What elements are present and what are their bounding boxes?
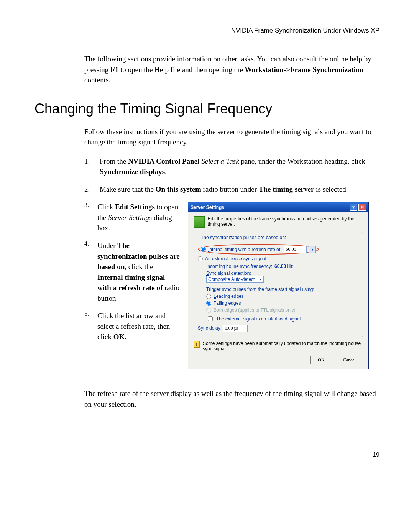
- interlaced-checkbox[interactable]: [208, 316, 213, 321]
- sync-detection-value: Composite Auto-detect: [208, 277, 255, 282]
- step-3-text: Click Edit Settings to open the Server S…: [97, 202, 180, 233]
- page-number: 19: [373, 452, 380, 458]
- running-header: NVIDIA Frame Synchronization Under Windo…: [34, 27, 380, 34]
- incoming-freq-value: 60.00 Hz: [274, 264, 293, 269]
- external-sync-radio[interactable]: [198, 256, 203, 261]
- refresh-rate-input[interactable]: [284, 246, 307, 253]
- warning-row: ! Some settings have been automatically …: [194, 341, 363, 351]
- both-edges-label: Both edges (applies to TTL signals only): [214, 307, 295, 313]
- warning-text: Some settings have been automatically up…: [203, 341, 363, 351]
- internal-timing-label: Internal timing with a refresh rate of:: [208, 247, 281, 252]
- chevron-down-icon: ▾: [260, 277, 262, 281]
- section-heading: Changing the Timing Signal Frequency: [34, 101, 380, 117]
- cancel-button[interactable]: Cancel: [336, 356, 363, 364]
- step-number: 5.: [84, 310, 89, 342]
- server-settings-dialog: Server Settings ? ✕ Edit the properties …: [188, 202, 369, 369]
- dialog-titlebar[interactable]: Server Settings ? ✕: [188, 202, 368, 212]
- internal-timing-radio[interactable]: [201, 247, 206, 252]
- step-number: 1.: [84, 156, 91, 177]
- closing-paragraph: The refresh rate of the server display a…: [84, 388, 380, 409]
- page-footer: 19: [34, 448, 380, 458]
- fieldset-legend: The synchronization pulses are based on:: [199, 235, 288, 240]
- dialog-description: Edit the properties of the frame synchro…: [208, 216, 363, 228]
- sync-pulses-fieldset: The synchronization pulses are based on:…: [194, 232, 363, 337]
- ok-button[interactable]: OK: [310, 356, 332, 364]
- step-5-text: Click the list arrow and select a refres…: [97, 310, 180, 342]
- intro-paragraph: The following sections provide informati…: [84, 54, 380, 85]
- sync-detection-combo[interactable]: Composite Auto-detect ▾: [206, 276, 264, 283]
- interlaced-label: The external signal is an interlaced sig…: [216, 316, 301, 322]
- step-number: 4.: [84, 240, 89, 304]
- step-4-text: Under The synchronization pulses are bas…: [97, 240, 180, 304]
- leading-edges-label: Leading edges: [214, 294, 244, 299]
- step-number: 3.: [84, 202, 89, 233]
- sync-delay-label: Sync delay:: [198, 325, 222, 331]
- falling-edges-radio[interactable]: [206, 301, 211, 306]
- step-number: 2.: [84, 184, 91, 195]
- help-button[interactable]: ?: [350, 204, 357, 211]
- highlight-oval: Internal timing with a refresh rate of: …: [198, 244, 319, 255]
- external-sync-label: An external house sync signal: [205, 256, 266, 261]
- sync-delay-input[interactable]: [223, 325, 248, 332]
- step-2-text: Make sure that the On this system radio …: [100, 184, 348, 195]
- lead-paragraph: Follow these instructions if you are usi…: [84, 126, 380, 148]
- close-button[interactable]: ✕: [358, 204, 366, 211]
- nvidia-icon: [194, 216, 205, 228]
- both-edges-radio: [206, 308, 211, 313]
- intro-path: Workstation->Frame Synchronization: [245, 66, 363, 74]
- intro-key: F1: [110, 66, 118, 74]
- dialog-title: Server Settings: [191, 205, 224, 210]
- trigger-label: Trigger sync pulses from the frame start…: [206, 287, 359, 292]
- sync-detection-label: Sync signal detection:: [206, 271, 359, 276]
- falling-edges-label: Falling edges: [214, 300, 241, 306]
- step-1-text: From the NVIDIA Control Panel Select a T…: [100, 156, 380, 177]
- intro-text-b: to open the Help file and then opening t…: [118, 66, 245, 74]
- intro-text-c: contents.: [84, 76, 110, 84]
- leading-edges-radio[interactable]: [206, 294, 211, 299]
- refresh-rate-dropdown-arrow[interactable]: ▾: [309, 246, 316, 253]
- incoming-freq-label: Incoming house sync frequency:: [206, 264, 272, 269]
- warning-icon: !: [194, 341, 200, 348]
